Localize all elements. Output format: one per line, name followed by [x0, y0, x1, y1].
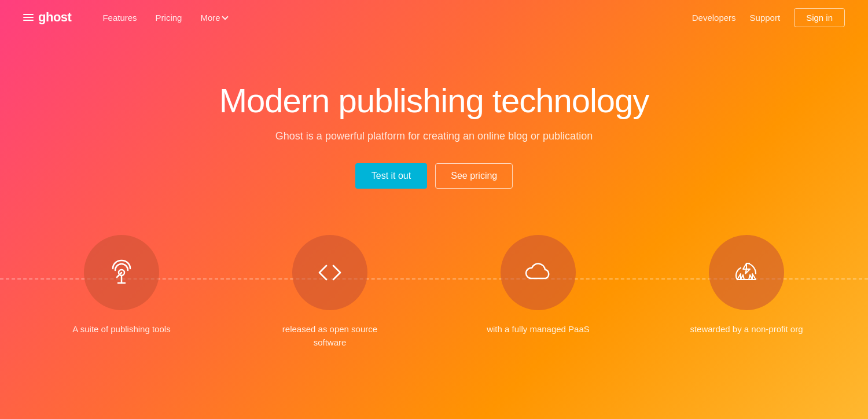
cloud-icon: [523, 258, 553, 288]
nav-features[interactable]: Features: [94, 8, 145, 27]
test-it-out-button[interactable]: Test it out: [355, 163, 427, 189]
antenna-icon: [106, 258, 137, 288]
code-icon: [315, 258, 345, 288]
feature-circle-3: [501, 235, 576, 310]
logo-icon: [23, 14, 34, 21]
feature-circle-4: [709, 235, 784, 310]
see-pricing-button[interactable]: See pricing: [435, 163, 513, 189]
feature-label-4: stewarded by a non-profit org: [690, 323, 803, 336]
logo[interactable]: ghost: [23, 10, 71, 25]
feature-publishing-tools: A suite of publishing tools: [64, 235, 179, 349]
hero-section: Modern publishing technology Ghost is a …: [0, 35, 868, 189]
feature-managed-paas: with a fully managed PaaS: [480, 235, 596, 349]
feature-non-profit: stewarded by a non-profit org: [689, 235, 804, 349]
feature-open-source: released as open source software: [272, 235, 388, 349]
navbar: ghost Features Pricing More Developers S…: [0, 0, 868, 35]
recycle-icon: [731, 258, 762, 288]
features-row: A suite of publishing tools released as …: [0, 235, 868, 349]
feature-circle-2: [292, 235, 367, 310]
logo-text: ghost: [38, 10, 71, 25]
signin-button[interactable]: Sign in: [794, 8, 845, 27]
feature-label-3: with a fully managed PaaS: [487, 323, 590, 336]
nav-right: Developers Support Sign in: [692, 8, 845, 27]
nav-pricing[interactable]: Pricing: [148, 8, 190, 27]
hero-title: Modern publishing technology: [219, 81, 649, 120]
nav-links: Features Pricing More: [94, 8, 692, 27]
chevron-down-icon: [222, 13, 228, 20]
features-section: A suite of publishing tools released as …: [0, 235, 868, 349]
feature-label-2: released as open source software: [272, 323, 388, 349]
nav-more[interactable]: More: [192, 8, 235, 27]
nav-support[interactable]: Support: [750, 13, 781, 23]
hero-buttons: Test it out See pricing: [355, 163, 513, 189]
nav-developers[interactable]: Developers: [692, 13, 736, 23]
feature-label-1: A suite of publishing tools: [72, 323, 170, 336]
feature-circle-1: [84, 235, 159, 310]
hero-subtitle: Ghost is a powerful platform for creatin…: [275, 130, 593, 142]
